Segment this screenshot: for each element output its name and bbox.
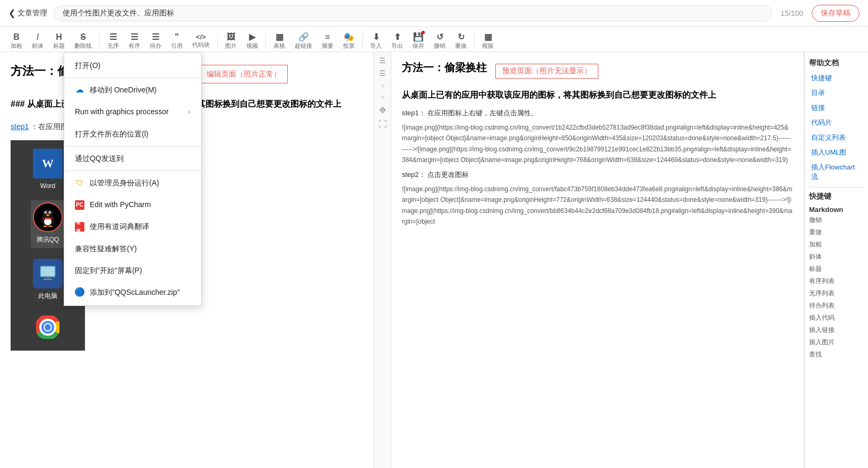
gutter-icon-1[interactable]: ☰ xyxy=(379,56,386,65)
sidebar-custom-list[interactable]: 自定义列表 xyxy=(809,132,864,143)
toolbar-video[interactable]: ▶ 视频 xyxy=(242,30,262,52)
video-label: 视频 xyxy=(246,42,258,50)
preview-step1: step1： 在应用图标上右键，左键点击属性。 xyxy=(402,107,793,119)
shortcut-heading: 标题 xyxy=(809,263,864,275)
menu-open[interactable]: 打开(O) xyxy=(64,55,201,76)
menu-sep-2 xyxy=(64,146,201,147)
toolbar-redo[interactable]: ↻ 重做 xyxy=(451,30,471,52)
menu-pycharm[interactable]: PC Edit with PyCharm xyxy=(64,194,201,216)
qq-app-icon[interactable]: 腾讯QQ xyxy=(31,200,65,248)
toolbar-export[interactable]: ⬆ 导出 xyxy=(387,30,407,52)
todo-label: 待办 xyxy=(150,42,161,50)
menu-addtask[interactable]: 🔵 添加到"QQScLauncher.zip" xyxy=(64,282,201,303)
menu-sendqq[interactable]: 通过QQ发送到 xyxy=(64,148,201,169)
onedrive-icon: ☁ xyxy=(75,86,84,95)
digest-icon: ≡ xyxy=(325,32,330,42)
heading-label: 标题 xyxy=(53,42,65,50)
preview-step1-label: step1： xyxy=(402,109,426,117)
digest-label: 摘要 xyxy=(322,42,333,50)
toolbar-italic[interactable]: I 斜体 xyxy=(28,30,48,52)
word-icon-img: W xyxy=(33,149,63,178)
menu-graphics-label: Run with graphics processor xyxy=(75,105,169,118)
toolbar-link[interactable]: 🔗 超链接 xyxy=(290,30,316,52)
toolbar-code[interactable]: </> 代码块 xyxy=(188,31,214,52)
menu-pin[interactable]: 固定到"开始"屏幕(P) xyxy=(64,260,201,282)
toolbar-bold[interactable]: B 加粗 xyxy=(6,30,27,52)
qq-penguin-svg xyxy=(37,207,58,228)
toolbar-save[interactable]: 💾 保存 xyxy=(408,30,428,52)
toolbar-undo[interactable]: ↺ 撤销 xyxy=(429,30,450,52)
menu-admin[interactable]: 🛡 以管理员身份运行(A) xyxy=(64,172,201,194)
bold-icon: B xyxy=(13,32,20,42)
menu-dict-label: 使用有道词典翻译 xyxy=(90,220,149,233)
pc-svg xyxy=(38,264,57,283)
editor-gutter: ☰ ☰ ○ ○ ✥ ⛶ xyxy=(374,52,391,468)
toolbar-unordered[interactable]: ☰ 无序 xyxy=(103,30,123,52)
heading-icon: H xyxy=(56,32,62,42)
ordered-icon: ☰ xyxy=(131,32,138,42)
preview-panel: 方法一：偷梁换柱 预览页面（照片无法显示） 从桌面上已有的应用中获取该应用的图标… xyxy=(391,52,804,468)
toolbar-image[interactable]: 🖼 图片 xyxy=(221,30,241,52)
chrome-app-icon[interactable] xyxy=(33,312,63,342)
toolbar-import[interactable]: ⬇ 导入 xyxy=(366,30,386,52)
gutter-icon-5[interactable]: ✥ xyxy=(379,105,386,115)
sidebar-snippet[interactable]: 代码片 xyxy=(809,117,864,129)
menu-compat-label: 兼容性疑难解答(Y) xyxy=(75,242,137,256)
toolbar-strikethrough[interactable]: S 删除线 xyxy=(70,30,96,52)
toolbar-quote[interactable]: " 引用 xyxy=(167,30,187,52)
menu-open-label: 打开(O) xyxy=(75,59,100,72)
preview-image-block2: ![image.png](https://img-blog.csdnimg.cn… xyxy=(402,184,793,227)
toolbar-template[interactable]: ▦ 模版 xyxy=(478,30,498,52)
back-arrow-icon: ❮ xyxy=(8,8,15,18)
gutter-icon-2[interactable]: ☰ xyxy=(379,69,386,78)
step1-link[interactable]: step1 xyxy=(11,122,29,131)
toolbar-digest[interactable]: ≡ 摘要 xyxy=(317,30,338,52)
svg-point-5 xyxy=(45,212,46,213)
svg-rect-10 xyxy=(42,217,53,219)
editor-panel[interactable]: 方法一：偷梁换柱 方法一：偷梁换柱 编辑页面（照片正常） ### 从桌面上已有的… xyxy=(0,52,374,468)
toolbar-ordered[interactable]: ☰ 有序 xyxy=(124,30,144,52)
shortcut-unordered: 无序列表 xyxy=(809,288,864,299)
word-count: 15/100 xyxy=(780,9,803,18)
gutter-icon-4[interactable]: ○ xyxy=(381,93,384,101)
svg-point-18 xyxy=(45,324,51,330)
toolbar-table[interactable]: ▦ 表格 xyxy=(269,30,289,52)
menu-dict[interactable]: 有道 使用有道词典翻译 xyxy=(64,216,201,237)
back-button[interactable]: ❮ 文章管理 xyxy=(8,8,47,18)
toolbar-divider-1 xyxy=(99,32,100,49)
todo-icon: ☰ xyxy=(152,32,159,42)
undo-label: 撤销 xyxy=(434,42,445,50)
preview-heading: 方法一：偷梁换柱 xyxy=(402,61,487,75)
sidebar-flowchart[interactable]: 插入Flowchart流 xyxy=(809,161,864,183)
image-icon: 🖼 xyxy=(227,32,235,42)
toolbar-todo[interactable]: ☰ 待办 xyxy=(145,30,166,52)
sidebar-link[interactable]: 链接 xyxy=(809,102,864,114)
shortcut-ordered: 有序列表 xyxy=(809,276,864,287)
sidebar-toc[interactable]: 目录 xyxy=(809,87,864,99)
preview-step2-label: step2： xyxy=(402,171,426,178)
sidebar-uml[interactable]: 插入UML图 xyxy=(809,147,864,158)
redo-label: 重做 xyxy=(455,42,467,50)
article-title-input[interactable] xyxy=(54,5,772,21)
menu-sep-3 xyxy=(64,171,201,171)
toolbar-heading[interactable]: H 标题 xyxy=(49,30,69,52)
menu-graphics[interactable]: Run with graphics processor › xyxy=(64,101,201,123)
menu-compat[interactable]: 兼容性疑难解答(Y) xyxy=(64,238,201,260)
save-label: 保存 xyxy=(412,42,424,50)
gutter-icon-3[interactable]: ○ xyxy=(381,82,384,89)
menu-onedrive[interactable]: ☁ 移动到 OneDrive(M) xyxy=(64,79,201,101)
pc-app-icon[interactable]: 此电脑 xyxy=(33,259,63,302)
help-doc-title: 帮助文档 xyxy=(809,58,864,68)
word-app-icon[interactable]: W Word xyxy=(33,149,63,192)
sidebar-shortcuts[interactable]: 快捷键 xyxy=(809,72,864,84)
save-draft-button[interactable]: 保存草稿 xyxy=(812,5,860,22)
toolbar-vote[interactable]: 🎭 投票 xyxy=(339,30,359,52)
svg-rect-13 xyxy=(45,277,50,279)
shortcut-redo: 重做 xyxy=(809,227,864,238)
shortcut-title: 快捷键 xyxy=(809,192,864,201)
gutter-icon-6[interactable]: ⛶ xyxy=(379,120,387,129)
menu-location[interactable]: 打开文件所在的位置(l) xyxy=(64,123,201,145)
preview-step2: step2： 点击更改图标 xyxy=(402,169,793,181)
preview-image-block1: ![image.png](https://img-blog.csdnimg.cn… xyxy=(402,122,793,166)
toolbar-divider-2 xyxy=(217,32,218,49)
